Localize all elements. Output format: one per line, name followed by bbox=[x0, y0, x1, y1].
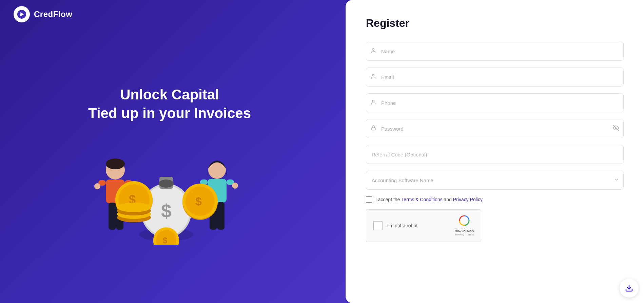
svg-text:$: $ bbox=[163, 236, 168, 245]
svg-point-38 bbox=[372, 49, 374, 50]
email-field-group bbox=[366, 68, 624, 87]
svg-point-39 bbox=[372, 74, 374, 76]
phone-person-icon bbox=[371, 99, 376, 106]
recaptcha-spinner-icon bbox=[459, 215, 470, 228]
hero-section: Unlock Capital Tied up in your Invoices … bbox=[0, 0, 339, 303]
svg-rect-13 bbox=[109, 203, 116, 230]
svg-point-40 bbox=[372, 100, 374, 102]
svg-rect-21 bbox=[217, 202, 225, 230]
hero-illustration: $ bbox=[81, 136, 258, 245]
phone-input[interactable] bbox=[366, 93, 624, 112]
terms-row: I accept the Terms & Conditions and Priv… bbox=[366, 196, 624, 203]
terms-checkbox[interactable] bbox=[366, 196, 372, 203]
name-input[interactable] bbox=[366, 42, 624, 61]
accounting-software-group: Accounting Software Name QuickBooks Xero… bbox=[366, 171, 624, 190]
recaptcha-checkbox[interactable] bbox=[373, 221, 383, 230]
lock-icon bbox=[371, 125, 376, 132]
name-field-group bbox=[366, 42, 624, 61]
register-title: Register bbox=[366, 17, 624, 30]
svg-point-29 bbox=[117, 203, 151, 212]
person-icon bbox=[371, 48, 376, 55]
recaptcha-box[interactable]: I'm not a robot reCAPTCHA Privacy - Term… bbox=[366, 209, 481, 242]
password-input[interactable] bbox=[366, 119, 624, 138]
hero-title: Unlock Capital Tied up in your Invoices bbox=[88, 86, 251, 122]
svg-point-12 bbox=[94, 183, 100, 189]
password-toggle-icon[interactable] bbox=[613, 125, 619, 132]
register-panel: Register bbox=[346, 0, 644, 303]
referral-field-group bbox=[366, 145, 624, 164]
svg-point-8 bbox=[106, 158, 125, 169]
email-person-icon bbox=[371, 74, 376, 80]
terms-text: I accept the Terms & Conditions and Priv… bbox=[375, 197, 483, 202]
privacy-policy-link[interactable]: Privacy Policy bbox=[453, 197, 483, 202]
download-button[interactable] bbox=[620, 279, 639, 298]
svg-text:$: $ bbox=[195, 195, 202, 208]
phone-field-group bbox=[366, 93, 624, 112]
password-field-group bbox=[366, 119, 624, 138]
recaptcha-brand-text: reCAPTCHA bbox=[455, 229, 474, 232]
hero-text: Unlock Capital Tied up in your Invoices bbox=[88, 86, 251, 122]
svg-point-5 bbox=[159, 179, 174, 188]
email-input[interactable] bbox=[366, 68, 624, 87]
recaptcha-sub-text: Privacy - Terms bbox=[455, 233, 474, 236]
accounting-software-select[interactable]: Accounting Software Name QuickBooks Xero… bbox=[366, 171, 624, 190]
svg-text:$: $ bbox=[161, 201, 172, 222]
recaptcha-label: I'm not a robot bbox=[387, 223, 417, 228]
terms-link[interactable]: Terms & Conditions bbox=[401, 197, 442, 202]
svg-point-19 bbox=[232, 183, 238, 189]
recaptcha-logo: reCAPTCHA Privacy - Terms bbox=[455, 215, 474, 236]
recaptcha-left: I'm not a robot bbox=[373, 221, 417, 230]
svg-rect-41 bbox=[371, 128, 375, 130]
referral-input[interactable] bbox=[366, 145, 624, 164]
